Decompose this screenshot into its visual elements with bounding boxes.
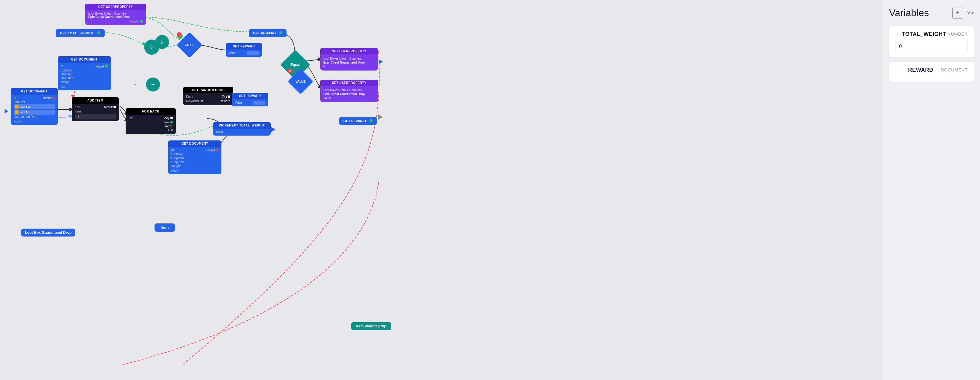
node-field-epic-chest: Epic Chest Guaranteed Drop xyxy=(88,15,143,19)
variable-input-tw[interactable] xyxy=(895,41,968,52)
field-delta: Delta xyxy=(216,130,268,134)
item-node[interactable]: Item xyxy=(154,223,175,232)
field-neg-one: -1 xyxy=(75,114,116,119)
field-lootbox-left: LootBox xyxy=(14,100,55,104)
variable-card-header-reward: ⋮ REWARD DOCUMENT xyxy=(895,67,968,73)
get-document-top-header: GET DOCUMENT xyxy=(58,56,111,63)
sup-field-epic-chest-2: Epic Chest Guaranteed Drop xyxy=(323,92,375,96)
sidebar-expand-button[interactable]: >> xyxy=(967,10,974,16)
set-userproperty-bottom-header: SET USERPROPERTY xyxy=(320,79,378,86)
field-id-left: Id xyxy=(14,96,16,100)
get-userproperty-top-node[interactable]: GET USERPROPERTY Loot Boxes Data > Count… xyxy=(85,4,146,25)
field-weight-bottom: Weight xyxy=(171,164,218,168)
get-reward-top-node[interactable]: GET REWARD xyxy=(249,29,286,37)
set-userproperty-top-node[interactable]: SET USERPROPERTY Loot Boxes Data > Count… xyxy=(320,48,378,70)
field-list-foreach: List xyxy=(129,116,134,120)
field-body-foreach: Body xyxy=(162,116,173,120)
set-reward-bottom-node[interactable]: SET REWARD Value xyxy=(232,93,268,107)
field-list-add: List xyxy=(75,105,80,109)
add-link-top[interactable]: Add + xyxy=(61,85,108,89)
greater-op[interactable]: ≥ xyxy=(155,35,169,49)
field-loot-box-guaranteed: Loot Box xyxy=(14,110,55,114)
get-total-weight-label: GET TOTAL_WEIGHT xyxy=(60,31,94,35)
field-weight: Weight xyxy=(61,81,108,84)
variable-dots-reward[interactable]: ⋮ xyxy=(895,67,900,73)
for-each-header: FOR EACH xyxy=(126,108,176,114)
loot-box-label: Loot Box Guaranteed Drop xyxy=(25,231,72,235)
variable-name-tw: TOTAL_WEIGHT xyxy=(902,31,946,37)
item-weight-drop-node[interactable]: Item Weight Drop xyxy=(351,322,391,330)
increment-right-arrow xyxy=(271,127,275,132)
field-value-sr-bottom: Value xyxy=(235,101,242,105)
get-reward-top-label: GET REWARD xyxy=(253,31,276,35)
get-document-left-node[interactable]: GET DOCUMENT Id Result LootBox Loot Box … xyxy=(11,88,58,125)
for-each-node[interactable]: FOR EACH List Body Item Index List xyxy=(126,108,176,134)
set-reward-top-header: SET REWARD xyxy=(226,43,262,49)
set-userproperty-top-header: SET USERPROPERTY xyxy=(320,48,378,54)
field-result-left: Result xyxy=(43,96,55,100)
get-random-drop-node[interactable]: GET RANDOM DROP Enter Exit RewardsList R… xyxy=(183,87,233,105)
field-drop-item: Drop Item xyxy=(61,76,108,80)
variable-card-header-tw: ⋮ TOTAL_WEIGHT NUMBER xyxy=(895,31,968,37)
increment-node[interactable]: INCREMENT TOTAL_WEIGHT Delta xyxy=(213,122,271,135)
get-document-bottom-header: GET DOCUMENT xyxy=(168,140,221,147)
node-field-result: Result xyxy=(88,20,143,23)
field-guaranteed-drop: Guaranteed Drop xyxy=(14,115,55,119)
field-id-bottom: Id xyxy=(171,149,174,152)
get-document-bottom-node[interactable]: GET DOCUMENT Id Result LootBox DropItem … xyxy=(168,140,221,174)
left-arrow-trigger[interactable] xyxy=(5,109,8,115)
variable-dots-tw[interactable]: ⋮ xyxy=(895,31,900,37)
item-label: Item xyxy=(161,225,169,230)
get-random-drop-header: GET RANDOM DROP xyxy=(183,87,233,93)
field-lootbox: LootBox xyxy=(61,69,108,72)
sidebar-add-button[interactable]: + xyxy=(952,8,963,19)
field-list-foreach-out: List xyxy=(168,129,173,132)
field-dropitem-bottom: DropItem xyxy=(171,157,218,160)
variable-type-tw: NUMBER xyxy=(947,32,968,37)
variable-type-reward: DOCUMENT xyxy=(941,67,968,72)
field-drop-item-bottom: Drop Item xyxy=(171,161,218,164)
field-loot-icon: Loot Box xyxy=(14,104,55,109)
field-result: Result xyxy=(95,64,108,68)
get-reward-bottom-label: GET REWARD xyxy=(344,119,366,123)
field-reward-grd: Reward xyxy=(220,99,230,103)
canvas-right-arrow[interactable] xyxy=(378,114,383,121)
loot-box-guaranteed-drop-node[interactable]: Loot Box Guaranteed Drop xyxy=(21,229,75,237)
sup-field-loot-boxes: Loot Boxes Data > Counters xyxy=(323,57,375,60)
get-reward-bottom-node[interactable]: GET REWARD xyxy=(339,117,377,125)
add-item-header: ADD ITEM xyxy=(72,97,119,104)
field-item-foreach: Item xyxy=(164,121,173,124)
add-link-left[interactable]: Add + xyxy=(14,120,55,123)
variable-card-reward: ⋮ REWARD DOCUMENT xyxy=(889,62,974,82)
sup-field-epic-chest: Epic Chest Guaranteed Drop xyxy=(323,61,375,64)
variable-card-total-weight: ⋮ TOTAL_WEIGHT NUMBER xyxy=(889,26,974,57)
sup-field-value-2: Value xyxy=(323,96,375,100)
get-userproperty-top-header: GET USERPROPERTY xyxy=(85,4,146,10)
sup-field-zero: 0 xyxy=(323,65,375,68)
field-result-add: Result xyxy=(104,105,116,109)
variable-name-reward: REWARD xyxy=(908,67,934,73)
field-id: Id xyxy=(61,64,63,68)
sidebar-header: Variables + >> xyxy=(889,7,974,19)
set-reward-bottom-header: SET REWARD xyxy=(232,93,268,99)
field-value-sr-top: Value xyxy=(229,51,236,55)
field-index-foreach: Index xyxy=(165,125,173,128)
sup-field-loot-boxes-2: Loot Boxes Data > Counters xyxy=(323,89,375,92)
set-reward-top-node[interactable]: SET REWARD Value xyxy=(226,43,262,57)
connections-svg xyxy=(0,0,883,380)
right-arrow-sup xyxy=(379,59,383,64)
get-document-top-node[interactable]: GET DOCUMENT Id Result LootBox DropItem … xyxy=(58,56,111,90)
add-link-bottom[interactable]: Add + xyxy=(171,169,218,172)
node-field-loot-boxes: Loot Boxes Data > Counters xyxy=(88,12,143,15)
field-enter-grd: Enter xyxy=(186,95,193,99)
field-item-add: Item xyxy=(75,110,116,113)
sidebar-actions: + >> xyxy=(952,8,974,19)
plus-op[interactable]: + xyxy=(146,78,160,92)
add-item-node[interactable]: ADD ITEM List Result Item -1 xyxy=(72,97,119,121)
set-userproperty-bottom-node[interactable]: SET USERPROPERTY Loot Boxes Data > Count… xyxy=(320,79,378,102)
increment-header: INCREMENT TOTAL_WEIGHT xyxy=(213,122,271,129)
field-dropitem: DropItem xyxy=(61,73,108,76)
canvas-area[interactable]: GET USERPROPERTY Loot Boxes Data > Count… xyxy=(0,0,883,380)
field-rewardslist: RewardsList xyxy=(186,99,203,103)
get-total-weight-node[interactable]: GET TOTAL_WEIGHT xyxy=(56,29,105,37)
